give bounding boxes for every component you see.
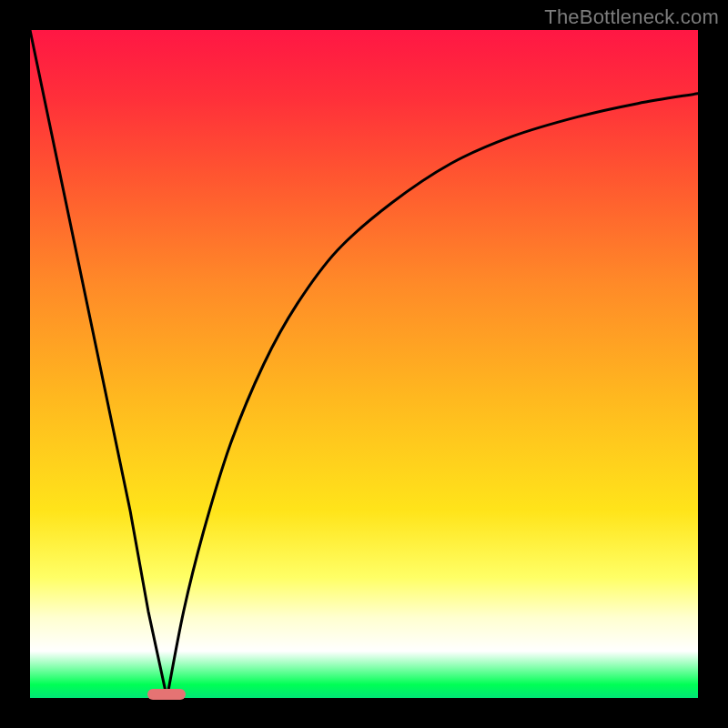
- curve-left-descent: [30, 30, 167, 698]
- curve-layer: [30, 30, 698, 698]
- chart-frame: TheBottleneck.com: [0, 0, 728, 728]
- watermark-text: TheBottleneck.com: [544, 5, 719, 29]
- plot-area: [30, 30, 698, 698]
- curve-right-ascent: [167, 94, 699, 698]
